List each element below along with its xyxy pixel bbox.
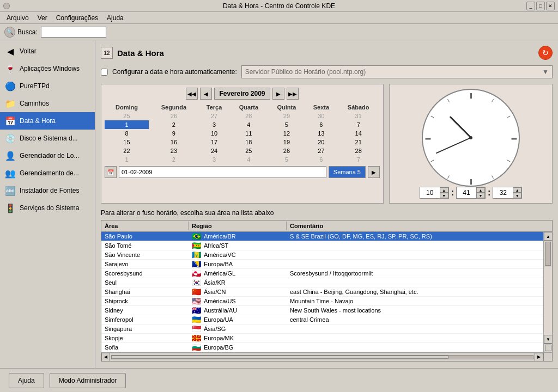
calendar-day[interactable]: 25 bbox=[105, 112, 149, 120]
calendar-day[interactable]: 5 bbox=[268, 155, 305, 164]
calendar-day[interactable]: 23 bbox=[149, 146, 199, 155]
calendar-day[interactable]: 17 bbox=[199, 138, 229, 146]
minutes-up-button[interactable]: ▲ bbox=[476, 187, 485, 193]
timezone-row[interactable]: Sofia🇧🇬Europa/BG bbox=[101, 343, 543, 352]
calendar-day[interactable]: 12 bbox=[268, 129, 305, 138]
timezone-row[interactable]: Simferopol🇺🇦Europa/UAcentral Crimea bbox=[101, 315, 543, 324]
minutes-input[interactable] bbox=[457, 187, 476, 198]
seconds-up-button[interactable]: ▲ bbox=[513, 187, 521, 193]
calendar-day[interactable]: 2 bbox=[149, 155, 199, 164]
calendar-day[interactable]: 29 bbox=[268, 112, 305, 120]
calendar-day[interactable]: 5 bbox=[268, 120, 305, 129]
cal-date-icon[interactable]: 📅 bbox=[105, 166, 117, 178]
calendar-day[interactable]: 30 bbox=[305, 112, 337, 120]
minimize-button[interactable]: _ bbox=[526, 2, 535, 10]
horiz-scroll-thumb[interactable] bbox=[112, 356, 448, 359]
server-dropdown[interactable]: Servidor Público de Horário (pool.ntp.or… bbox=[241, 65, 553, 78]
sidebar-item-gerenciamento-de[interactable]: 👥 Gerenciamento de... bbox=[0, 164, 95, 182]
hours-up-button[interactable]: ▲ bbox=[440, 187, 448, 193]
calendar-day[interactable]: 20 bbox=[305, 138, 337, 146]
cal-next-year-button[interactable]: ▶▶ bbox=[287, 88, 299, 100]
calendar-day[interactable]: 8 bbox=[105, 129, 149, 138]
timezone-row[interactable]: São Paulo🇧🇷América/BRS & SE Brazil (GO, … bbox=[101, 232, 543, 241]
admin-mode-button[interactable]: Modo Administrador bbox=[50, 373, 126, 388]
calendar-day[interactable]: 27 bbox=[305, 146, 337, 155]
menu-ajuda[interactable]: Ajuda bbox=[102, 13, 128, 23]
menu-configuracoes[interactable]: Configurações bbox=[52, 13, 102, 23]
cal-date-input[interactable] bbox=[119, 166, 326, 178]
calendar-day[interactable]: 1 bbox=[105, 155, 149, 164]
sidebar-item-disco-sistema[interactable]: 💿 Disco e Sistema d... bbox=[0, 130, 95, 147]
close-button[interactable]: ✕ bbox=[546, 2, 555, 10]
timezone-row[interactable]: Scoresbysund🇬🇱América/GLScoresbysund / I… bbox=[101, 269, 543, 278]
auto-config-checkbox[interactable] bbox=[101, 69, 108, 76]
sidebar-item-instalador-fontes[interactable]: 🔤 Instalador de Fontes bbox=[0, 182, 95, 199]
menu-ver[interactable]: Ver bbox=[33, 13, 52, 23]
calendar-day[interactable]: 6 bbox=[305, 120, 337, 129]
sidebar-item-aplicacoes-windows[interactable]: 🍷 Aplicações Windows bbox=[0, 60, 95, 77]
sidebar-item-data-hora[interactable]: 📅 Data & Hora bbox=[0, 112, 95, 130]
calendar-day[interactable]: 19 bbox=[268, 138, 305, 146]
hours-input[interactable] bbox=[420, 187, 440, 198]
seconds-down-button[interactable]: ▼ bbox=[513, 193, 521, 198]
scroll-thumb[interactable] bbox=[545, 242, 551, 266]
calendar-day[interactable]: 18 bbox=[229, 138, 268, 146]
menu-arquivo[interactable]: Arquivo bbox=[2, 13, 33, 23]
calendar-day[interactable]: 3 bbox=[199, 120, 229, 129]
calendar-day[interactable]: 10 bbox=[199, 129, 229, 138]
sidebar-item-voltar[interactable]: ◀ Voltar bbox=[0, 42, 95, 60]
calendar-day[interactable]: 15 bbox=[105, 138, 149, 146]
calendar-day[interactable]: 9 bbox=[149, 129, 199, 138]
calendar-day[interactable]: 2 bbox=[149, 120, 199, 129]
timezone-row[interactable]: São Tomé🇸🇹Africa/ST bbox=[101, 241, 543, 250]
calendar-day[interactable]: 28 bbox=[229, 112, 268, 120]
cal-next-month-button[interactable]: ▶ bbox=[272, 88, 284, 100]
calendar-day[interactable]: 25 bbox=[229, 146, 268, 155]
timezone-row[interactable]: Shanghai🇨🇳Ásia/CNeast China - Beijing, G… bbox=[101, 287, 543, 297]
timezone-row[interactable]: Shiprock🇺🇸América/USMountain Time - Nava… bbox=[101, 297, 543, 306]
sidebar-item-caminhos[interactable]: 📁 Caminhos bbox=[0, 95, 95, 112]
scroll-down-button[interactable]: ▼ bbox=[544, 335, 552, 344]
help-button[interactable]: Ajuda bbox=[9, 373, 44, 388]
timezone-row[interactable]: Sidney🇦🇺Austrália/AUNew South Wales - mo… bbox=[101, 306, 543, 315]
sidebar-item-servicos-sistema[interactable]: 🚦 Serviços do Sistema bbox=[0, 199, 95, 217]
calendar-day[interactable]: 11 bbox=[229, 129, 268, 138]
horiz-scroll-left-button[interactable]: ◀ bbox=[101, 353, 110, 362]
calendar-day[interactable]: 24 bbox=[199, 146, 229, 155]
search-input[interactable] bbox=[41, 27, 106, 38]
calendar-day[interactable]: 3 bbox=[199, 155, 229, 164]
calendar-day[interactable]: 22 bbox=[105, 146, 149, 155]
calendar-day[interactable]: 26 bbox=[149, 112, 199, 120]
calendar-day[interactable]: 16 bbox=[149, 138, 199, 146]
calendar-day[interactable]: 7 bbox=[337, 120, 380, 129]
seconds-input[interactable] bbox=[493, 187, 513, 198]
calendar-day[interactable]: 13 bbox=[305, 129, 337, 138]
timezone-row[interactable]: Singapura🇸🇬Ásia/SG bbox=[101, 324, 543, 334]
cal-prev-year-button[interactable]: ◀◀ bbox=[186, 88, 198, 100]
sidebar-item-pureftpd[interactable]: 🔵 PureFTPd bbox=[0, 77, 95, 95]
refresh-button[interactable]: ↻ bbox=[538, 46, 553, 60]
sidebar-item-gerenciador-lo[interactable]: 👤 Gerenciador de Lo... bbox=[0, 147, 95, 164]
calendar-day[interactable]: 4 bbox=[229, 120, 268, 129]
cal-week-btn[interactable]: ▶ bbox=[368, 166, 380, 178]
minutes-down-button[interactable]: ▼ bbox=[476, 193, 485, 198]
timezone-scrollbar[interactable]: ▲ ▼ bbox=[543, 232, 552, 352]
calendar-day[interactable]: 26 bbox=[268, 146, 305, 155]
calendar-day[interactable]: 1 bbox=[105, 120, 149, 129]
cal-prev-month-button[interactable]: ◀ bbox=[200, 88, 212, 100]
timezone-row[interactable]: Skopje🇲🇰Europa/MK bbox=[101, 334, 543, 343]
calendar-day[interactable]: 21 bbox=[337, 138, 380, 146]
horiz-scroll-right-button[interactable]: ▶ bbox=[535, 353, 543, 362]
timezone-row[interactable]: São Vincente🇻🇨América/VC bbox=[101, 250, 543, 260]
maximize-button[interactable]: □ bbox=[536, 2, 545, 10]
calendar-day[interactable]: 27 bbox=[199, 112, 229, 120]
calendar-day[interactable]: 4 bbox=[229, 155, 268, 164]
scroll-up-button[interactable]: ▲ bbox=[544, 232, 552, 241]
timezone-row[interactable]: Seul🇰🇷Ásia/KR bbox=[101, 278, 543, 287]
calendar-day[interactable]: 6 bbox=[305, 155, 337, 164]
timezone-row[interactable]: Sarajevo🇧🇦Europa/BA bbox=[101, 260, 543, 269]
calendar-day[interactable]: 7 bbox=[337, 155, 380, 164]
calendar-day[interactable]: 28 bbox=[337, 146, 380, 155]
timezone-horiz-scrollbar[interactable]: ◀ ▶ bbox=[101, 352, 552, 361]
calendar-day[interactable]: 14 bbox=[337, 129, 380, 138]
